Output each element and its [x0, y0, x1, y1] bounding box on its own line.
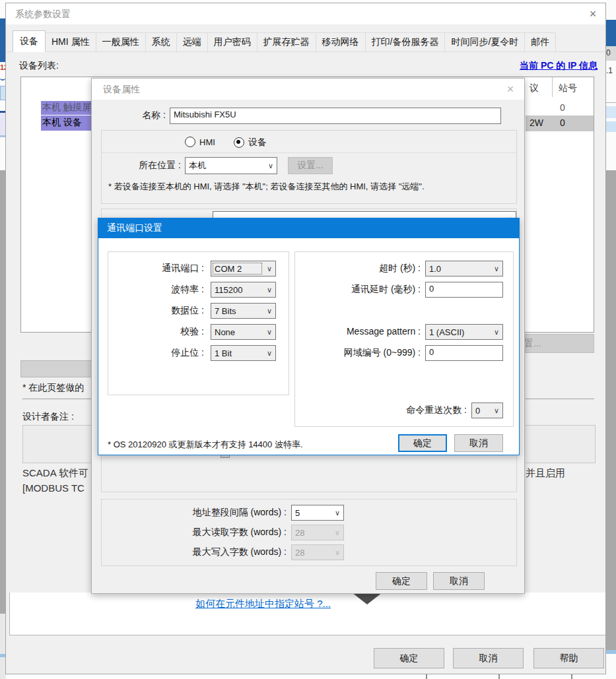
data-bits-label: 数据位 :: [108, 305, 204, 317]
tab-note-partial: * 在此页签做的: [22, 382, 92, 394]
chevron-down-icon: ∨: [331, 509, 343, 517]
parity-select[interactable]: None∨: [211, 324, 276, 340]
location-select[interactable]: 本机∨: [185, 157, 277, 174]
radio-circle-icon: [234, 137, 244, 148]
ok-button[interactable]: 确定: [398, 434, 447, 452]
row-fragment: [606, 121, 616, 132]
delay-input[interactable]: 0: [425, 282, 503, 298]
table-row[interactable]: 本机 触摸屏: [41, 101, 98, 115]
cell-fragment: 0: [606, 46, 616, 61]
row2-selection-band[interactable]: 2W 0: [526, 115, 594, 131]
close-icon[interactable]: ×: [502, 82, 519, 97]
scada-note-right-partial: 并且启用: [526, 467, 578, 480]
comm-port-select[interactable]: COM 2∨: [211, 261, 276, 276]
os-version-note: * OS 20120920 或更新版本才有支持 14400 波特率.: [108, 439, 303, 451]
grid-line: [426, 674, 427, 679]
tab-email[interactable]: 邮件: [525, 32, 556, 52]
interval-select[interactable]: 5∨: [291, 505, 344, 521]
row2-station-value: 0: [560, 117, 565, 128]
tab-time-sync[interactable]: 时间同步/夏令时: [445, 32, 525, 52]
workspace-fragment: [606, 170, 616, 650]
dialog-title: 通讯端口设置: [107, 222, 162, 234]
dialog-titlebar: [92, 79, 524, 100]
stop-bits-label: 停止位 :: [108, 347, 204, 359]
location-note: * 若设备连接至本机的 HMI, 请选择 "本机"; 若设备连接至其他的 HMI…: [108, 181, 425, 193]
tab-extended-memory[interactable]: 扩展存贮器: [257, 32, 316, 52]
background-right-strip: 0 .1: [606, 0, 616, 679]
cancel-button[interactable]: 取消: [453, 648, 524, 668]
close-icon[interactable]: ×: [584, 7, 601, 22]
dialog-title: 设备属性: [103, 84, 140, 96]
location-settings-button[interactable]: 设置...: [288, 157, 333, 174]
tab-device[interactable]: 设备: [13, 30, 46, 52]
comm-port-dialog: 通讯端口设置 通讯端口 : COM 2∨ 波特率 : 115200∨ 数据位 :…: [98, 218, 520, 455]
tab-printer-backup[interactable]: 打印/备份服务器: [366, 32, 446, 52]
max-write-label: 最大写入字数 (words) :: [141, 546, 287, 558]
station-number-help-link[interactable]: 如何在元件地址中指定站号 ?...: [195, 598, 331, 610]
designer-note-textarea-fragment[interactable]: [526, 425, 596, 463]
chevron-down-icon: ∨: [491, 265, 502, 273]
grid-line: [571, 674, 572, 679]
section-divider: [526, 399, 594, 399]
data-bits-select[interactable]: 7 Bits∨: [211, 303, 276, 319]
row1-station-value: 0: [560, 102, 565, 113]
parity-label: 校验 :: [108, 326, 204, 338]
tab-remote[interactable]: 远端: [177, 32, 208, 52]
serial-groupbox: 通讯端口 : COM 2∨ 波特率 : 115200∨ 数据位 : 7 Bits…: [108, 251, 289, 395]
chevron-down-icon: ∨: [491, 328, 502, 337]
divider-fragment: [606, 102, 616, 103]
name-label: 名称 :: [118, 110, 166, 121]
ok-button[interactable]: 确定: [374, 648, 444, 668]
cancel-button[interactable]: 取消: [433, 572, 485, 590]
trend-icon: [0, 74, 5, 81]
chevron-down-icon: ∨: [265, 162, 277, 170]
baud-rate-select[interactable]: 115200∨: [211, 282, 276, 298]
timeout-select[interactable]: 1.0∨: [425, 261, 503, 276]
row-fragment: [606, 106, 616, 118]
radio-device[interactable]: 设备: [234, 137, 267, 148]
location-label: 所在位置 :: [115, 160, 181, 172]
radio-hmi[interactable]: HMI: [185, 137, 215, 147]
device-list-label: 设备列表:: [19, 60, 59, 72]
chevron-down-icon: ∨: [491, 406, 502, 415]
dialog-titlebar: [6, 3, 605, 24]
tab-user-password[interactable]: 用户密码: [208, 32, 257, 52]
designer-note-textarea-fragment[interactable]: [22, 425, 92, 463]
cancel-button[interactable]: 取消: [454, 434, 503, 452]
ribbon-bar-fragment: [606, 20, 616, 49]
location-groupbox: HMI 设备 所在位置 : 本机∨ 设置... * 若设备连接至本机的 HMI,…: [101, 130, 517, 204]
resend-count-label: 命令重送次数 :: [361, 404, 467, 416]
delay-label: 通讯延时 (毫秒) :: [295, 284, 421, 296]
radio-device-label: 设备: [248, 137, 267, 148]
message-pattern-select[interactable]: 1 (ASCII)∨: [425, 324, 503, 340]
button-fragment[interactable]: [20, 360, 92, 377]
header-divider: [552, 77, 553, 97]
tab-system[interactable]: 系统: [146, 32, 177, 52]
tab-hmi-properties[interactable]: HMI 属性: [46, 32, 96, 52]
statusline-fragment: [606, 650, 616, 654]
chevron-down-icon: ∨: [331, 529, 343, 537]
device-name-input[interactable]: Mitsubishi FX5U: [170, 108, 501, 124]
chevron-down-icon: ∨: [263, 349, 275, 358]
stop-bits-select[interactable]: 1 Bit∨: [211, 345, 276, 361]
device-settings-button-partial[interactable]: 置...: [521, 334, 594, 353]
tab-cellular[interactable]: 移动网络: [316, 32, 366, 52]
resend-count-select[interactable]: 0∨: [471, 403, 503, 418]
timeout-label: 超时 (秒) :: [295, 263, 421, 275]
message-pattern-label: Message pattern :: [295, 326, 421, 337]
help-button[interactable]: 帮助: [533, 648, 604, 668]
interval-label: 地址整段间隔 (words) :: [141, 507, 287, 519]
chevron-down-icon: ∨: [263, 307, 275, 315]
scada-note-line1-partial: SCADA 软件可: [22, 467, 92, 480]
table-row[interactable]: 本机 设备: [41, 115, 98, 131]
max-read-select: 28∨: [291, 525, 344, 540]
current-pc-ip-link[interactable]: 当前 PC 的 IP 信息: [520, 60, 598, 72]
baud-rate-label: 波特率 :: [108, 284, 204, 296]
network-id-input[interactable]: 0: [425, 345, 503, 361]
inner-divider: [102, 152, 516, 153]
ok-button[interactable]: 确定: [376, 572, 427, 590]
tab-general[interactable]: 一般属性: [96, 32, 146, 52]
section-divider: [22, 399, 92, 399]
comm-port-label: 通讯端口 :: [108, 263, 204, 275]
radio-circle-icon: [185, 137, 195, 147]
